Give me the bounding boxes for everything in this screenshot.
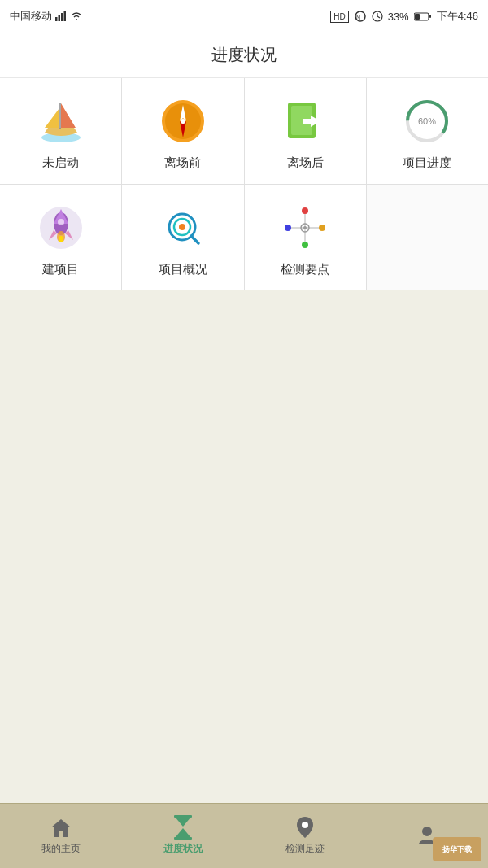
svg-marker-48	[51, 819, 71, 837]
svg-text:N: N	[356, 15, 360, 20]
cell-detect-points[interactable]: 检测要点	[245, 185, 367, 290]
cell-pre-leave[interactable]: 离场前	[122, 78, 244, 184]
svg-point-42	[302, 207, 308, 214]
clock-icon	[372, 11, 383, 22]
crosshair-icon-wrap	[279, 202, 331, 254]
nav-footprint[interactable]: 检测足迹	[244, 816, 366, 856]
hourglass-icon	[172, 816, 194, 839]
crosshair-icon	[281, 204, 329, 251]
nav-progress[interactable]: 进度状况	[122, 816, 244, 856]
svg-rect-24	[303, 119, 312, 124]
search-circle-icon	[159, 204, 207, 251]
svg-text:60%: 60%	[418, 116, 436, 126]
svg-marker-13	[45, 108, 59, 128]
svg-rect-51	[174, 815, 192, 818]
document-arrow-icon	[281, 98, 329, 145]
svg-line-8	[377, 16, 380, 18]
svg-rect-0	[55, 17, 58, 21]
sailboat-icon-wrap	[35, 95, 87, 147]
rocket-icon	[37, 204, 85, 251]
cell-detect-points-label: 检测要点	[281, 262, 329, 277]
svg-rect-3	[64, 11, 67, 21]
search-circle-icon-wrap	[157, 202, 209, 254]
battery-icon	[414, 11, 432, 21]
main-grid: 未启动 离场前	[0, 78, 488, 290]
svg-point-53	[302, 822, 308, 828]
svg-rect-1	[59, 15, 61, 22]
svg-point-20	[181, 119, 185, 124]
sailboat-icon	[37, 97, 85, 146]
status-right: HD N 33% 下午4:46	[330, 9, 478, 24]
cell-pre-leave-label: 离场前	[164, 155, 201, 171]
cell-build-project-label: 建项目	[42, 262, 79, 277]
svg-marker-50	[175, 828, 191, 838]
nav-home-label: 我的主页	[41, 842, 81, 856]
cell-build-project[interactable]: 建项目	[0, 185, 122, 290]
svg-point-47	[303, 226, 307, 229]
svg-marker-14	[61, 103, 76, 128]
carrier-text: 中国移动	[10, 9, 52, 24]
svg-point-34	[59, 236, 63, 242]
compass-icon	[159, 97, 207, 146]
svg-point-45	[319, 225, 325, 231]
svg-point-44	[285, 225, 291, 231]
grid-row-2: 建项目 项目概况	[0, 185, 488, 290]
location-icon	[294, 816, 316, 839]
svg-rect-52	[174, 837, 192, 840]
hd-badge: HD	[330, 11, 348, 23]
svg-rect-10	[415, 14, 420, 20]
cell-not-started-label: 未启动	[42, 155, 79, 171]
grid-row-1: 未启动 离场前	[0, 78, 488, 185]
status-left: 中国移动	[10, 9, 83, 24]
document-arrow-icon-wrap	[279, 95, 331, 147]
svg-line-39	[191, 236, 198, 243]
nav-footprint-label: 检测足迹	[285, 842, 325, 856]
svg-marker-49	[175, 817, 191, 827]
rocket-icon-wrap	[35, 202, 87, 254]
home-icon	[50, 816, 72, 839]
wifi-icon	[70, 11, 83, 21]
progress-circle-icon: 60%	[403, 97, 451, 146]
cell-not-started[interactable]: 未启动	[0, 78, 122, 184]
yanghua-logo: 扬华下载	[433, 837, 481, 861]
time-text: 下午4:46	[437, 9, 478, 24]
battery-text: 33%	[388, 11, 409, 23]
svg-point-43	[302, 242, 308, 248]
nav-progress-label: 进度状况	[163, 842, 203, 856]
svg-rect-2	[61, 13, 63, 21]
empty-content-area	[0, 290, 488, 803]
page-title: 进度状况	[0, 33, 488, 78]
cell-post-leave[interactable]: 离场后	[245, 78, 367, 184]
cell-project-overview[interactable]: 项目概况	[122, 185, 244, 290]
svg-point-38	[179, 224, 185, 230]
nav-home[interactable]: 我的主页	[0, 816, 122, 856]
svg-point-35	[58, 219, 64, 225]
signal-icon	[55, 11, 67, 22]
compass-icon-wrap	[157, 95, 209, 147]
cell-progress[interactable]: 60% 项目进度	[367, 78, 488, 184]
nfc-icon: N	[354, 10, 367, 23]
progress-circle-icon-wrap: 60%	[401, 95, 453, 147]
status-bar: 中国移动 HD N 33% 下午4:46	[0, 0, 488, 33]
cell-post-leave-label: 离场后	[287, 155, 324, 171]
cell-project-overview-label: 项目概况	[159, 262, 207, 277]
bottom-nav: 我的主页 进度状况 检测足迹	[0, 803, 488, 868]
cell-empty	[367, 185, 488, 290]
cell-progress-label: 项目进度	[403, 155, 451, 171]
svg-rect-11	[429, 15, 431, 18]
svg-point-54	[422, 827, 432, 836]
